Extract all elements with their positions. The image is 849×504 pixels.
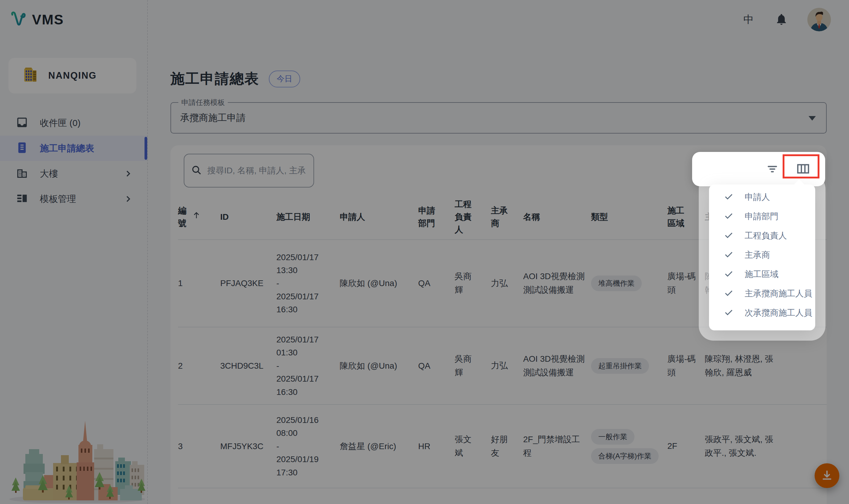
- check-icon: [724, 230, 734, 241]
- check-icon: [724, 307, 734, 319]
- filter-button[interactable]: [765, 162, 779, 177]
- check-icon: [724, 288, 734, 299]
- filter-list-icon: [765, 162, 779, 177]
- app-screen: VMS 中: [0, 0, 849, 504]
- annotation-highlight-box: [783, 154, 819, 178]
- menu-item-main-workers[interactable]: 主承攬商施工人員: [709, 284, 815, 303]
- menu-item-department[interactable]: 申請部門: [709, 207, 815, 226]
- menu-item-main-contractor[interactable]: 主承商: [709, 245, 815, 265]
- check-icon: [724, 269, 734, 280]
- check-icon: [724, 211, 734, 222]
- check-icon: [724, 192, 734, 203]
- menu-item-sub-workers[interactable]: 次承攬商施工人員: [709, 303, 815, 323]
- menu-item-applicant[interactable]: 申請人: [709, 187, 815, 207]
- column-visibility-menu: 申請人 申請部門 工程負責人 主承商 施工區域 主承攬商施工人員 次承攬商施工人…: [709, 184, 815, 330]
- check-icon: [724, 249, 734, 261]
- menu-item-area[interactable]: 施工區域: [709, 265, 815, 284]
- menu-item-engineer[interactable]: 工程負責人: [709, 226, 815, 245]
